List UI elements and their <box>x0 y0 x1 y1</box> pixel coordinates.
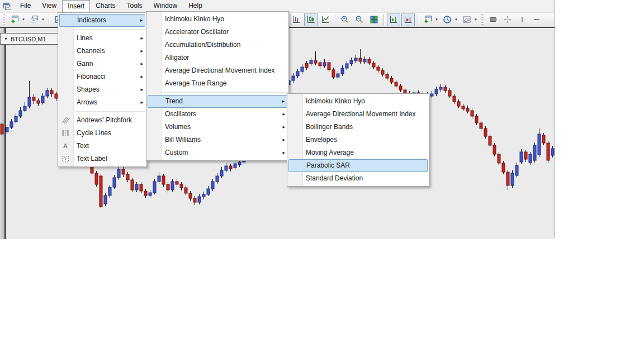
menubar-item-tools[interactable]: Tools <box>121 0 148 12</box>
trend-menu-item-standard-deviation[interactable]: Standard Deviation <box>287 172 429 185</box>
zoom-out-button[interactable] <box>353 13 366 26</box>
candle <box>108 185 111 198</box>
candle <box>475 114 478 125</box>
menu-item-label: Alligator <box>165 54 189 61</box>
indicators-menu-item-trend[interactable]: Trend▸ <box>148 95 287 108</box>
candle <box>502 161 505 174</box>
menu-item-label: Channels <box>77 47 105 55</box>
line-chart-button[interactable] <box>319 13 332 26</box>
trend-menu-item-average-directional-movement-index[interactable]: Average Directional Movement Index <box>287 108 429 121</box>
trading-terminal-window: FileViewInsertChartsToolsWindowHelp ▼▼ ▼… <box>0 0 555 238</box>
indicators-menu-item-accelerator-oscillator[interactable]: Accelerator Oscillator <box>146 26 288 39</box>
svg-text:A: A <box>63 142 68 149</box>
periods-button[interactable] <box>441 13 454 26</box>
candlestick-chart-button[interactable] <box>304 13 318 26</box>
menubar-item-help[interactable]: Help <box>183 0 208 12</box>
horizontal-line-button[interactable] <box>530 13 543 26</box>
indicators-menu-item-average-true-range[interactable]: Average True Range <box>146 77 288 90</box>
menu-item-label: Envelopes <box>306 136 337 144</box>
insert-menu-item-lines[interactable]: Lines▸ <box>58 32 146 45</box>
trend-menu-item-ichimoku-kinko-hyo[interactable]: Ichimoku Kinko Hyo <box>287 95 429 108</box>
menu-item-label: Average True Range <box>165 79 227 87</box>
collapse-caret-icon[interactable]: ▼ <box>4 37 8 41</box>
candle <box>126 172 129 182</box>
symbol-label: BTCUSD,M1 <box>11 36 46 42</box>
trend-menu-item-envelopes[interactable]: Envelopes <box>287 134 429 146</box>
candle <box>435 87 438 96</box>
trend-menu-item-moving-average[interactable]: Moving Average <box>287 146 429 159</box>
candle <box>314 51 317 65</box>
chart-left-axis-line <box>4 28 6 239</box>
dropdown-caret-icon[interactable]: ▼ <box>435 18 440 21</box>
indicators-menu-item-accumulation-distribution[interactable]: Accumulation/Distribution <box>146 39 288 51</box>
dropdown-caret-icon[interactable]: ▼ <box>454 18 460 21</box>
dropdown-caret-icon[interactable]: ▼ <box>22 18 27 21</box>
insert-menu-item-fibonacci[interactable]: Fibonacci▸ <box>58 70 146 83</box>
menu-item-label: Indicators <box>77 16 106 24</box>
menubar-item-charts[interactable]: Charts <box>90 0 121 12</box>
insert-menu-item-arrows[interactable]: Arrows▸ <box>58 96 146 109</box>
tile-windows-button[interactable] <box>367 13 381 26</box>
menubar-item-insert[interactable]: Insert <box>62 0 90 12</box>
insert-menu-item-andrews-pitchfork[interactable]: Andrews' Pitchfork <box>58 114 146 127</box>
indicators-menu-item-ichimoku-kinko-hyo[interactable]: Ichimoku Kinko Hyo <box>146 13 288 26</box>
insert-menu-item-text-label[interactable]: TText Label <box>58 153 146 165</box>
menu-item-label: Trend <box>165 97 183 105</box>
menubar-item-window[interactable]: Window <box>148 0 183 12</box>
candle <box>547 141 550 163</box>
chart-shift-button[interactable] <box>401 13 415 26</box>
profiles-button[interactable] <box>27 13 41 26</box>
candle <box>466 106 469 113</box>
dropdown-caret-icon[interactable]: ▼ <box>41 18 46 21</box>
vertical-line-button[interactable] <box>515 13 529 26</box>
toolbar-separator <box>383 14 384 25</box>
insert-menu: Indicators▸Lines▸Channels▸Gann▸Fibonacci… <box>58 12 147 167</box>
insert-menu-item-gann[interactable]: Gann▸ <box>58 58 146 70</box>
bar-chart-button[interactable] <box>290 13 303 26</box>
candle <box>144 189 147 198</box>
candle <box>171 179 174 192</box>
menubar-items: FileViewInsertChartsToolsWindowHelp <box>15 0 208 12</box>
trend-menu-item-parabolic-sar[interactable]: Parabolic SAR <box>288 159 428 172</box>
candle <box>32 94 35 104</box>
crosshair-button[interactable] <box>501 13 514 26</box>
cursor-button[interactable] <box>486 13 500 26</box>
indicators-menu-item-bill-williams[interactable]: Bill Williams▸ <box>146 134 288 146</box>
menubar-item-view[interactable]: View <box>36 0 62 12</box>
candle <box>28 81 31 108</box>
submenu-arrow-icon: ▸ <box>140 96 143 109</box>
indicators-menu-item-alligator[interactable]: Alligator <box>146 51 288 64</box>
toolbar-drag-handle[interactable] <box>3 14 5 25</box>
candle <box>220 167 223 178</box>
zoom-in-button[interactable] <box>338 13 352 26</box>
toolbar-drag-handle[interactable] <box>481 14 484 25</box>
menubar-item-file[interactable]: File <box>15 0 36 12</box>
insert-menu-item-cycle-lines[interactable]: Cycle Lines <box>58 127 146 140</box>
insert-menu-item-text[interactable]: AText <box>58 140 146 153</box>
candle <box>216 173 219 184</box>
templates-button[interactable] <box>460 13 473 26</box>
toolbar-separator <box>49 14 49 25</box>
toolbar-separator <box>418 14 418 25</box>
indicators-menu-item-volumes[interactable]: Volumes▸ <box>146 121 288 134</box>
indicators-menu-item-average-directional-movement-index[interactable]: Average Directional Movement Index <box>146 64 288 77</box>
insert-menu-item-channels[interactable]: Channels▸ <box>58 45 146 58</box>
insert-menu-item-indicators[interactable]: Indicators▸ <box>59 14 145 27</box>
new-chart-button[interactable] <box>8 13 21 26</box>
auto-scroll-button[interactable] <box>387 13 400 26</box>
toolbar-group-left: ▼▼ <box>1 13 66 26</box>
crosshair-icon <box>503 15 512 24</box>
candle <box>489 134 491 147</box>
menu-separator <box>163 92 287 93</box>
candlestick-chart-icon <box>306 15 315 24</box>
new-chart-button[interactable] <box>421 13 434 26</box>
pitchfork-icon <box>61 116 70 125</box>
candle <box>448 88 451 98</box>
dropdown-caret-icon[interactable]: ▼ <box>474 18 479 21</box>
indicators-menu-item-oscillators[interactable]: Oscillators▸ <box>146 108 288 121</box>
text-label-icon: T <box>61 154 70 163</box>
symbol-tab[interactable]: ▼ BTCUSD,M1 <box>0 33 59 45</box>
trend-menu-item-bollinger-bands[interactable]: Bollinger Bands <box>287 121 429 134</box>
indicators-menu-item-custom[interactable]: Custom▸ <box>146 146 288 159</box>
insert-menu-item-shapes[interactable]: Shapes▸ <box>58 83 146 96</box>
